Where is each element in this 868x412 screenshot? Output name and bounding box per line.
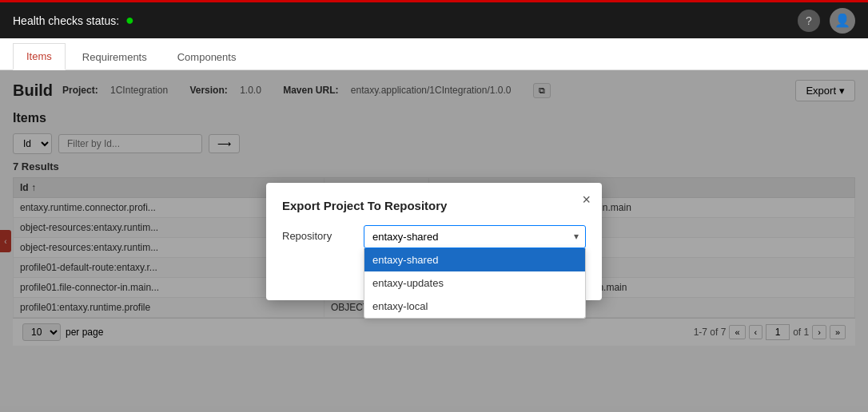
health-icon: ● <box>125 12 134 29</box>
modal-title: Export Project To Repository <box>282 199 586 212</box>
repository-selected-value: entaxy-shared <box>372 231 438 243</box>
main-content: ‹ Build Project: 1CIntegration Version: … <box>0 70 868 412</box>
tab-components[interactable]: Components <box>164 44 250 69</box>
export-modal: Export Project To Repository × Repositor… <box>266 183 602 300</box>
tab-items[interactable]: Items <box>13 43 66 70</box>
top-bar: Health checks status: ● ? 👤 <box>0 0 868 38</box>
help-button[interactable]: ? <box>798 10 820 32</box>
repository-label: Repository <box>282 225 354 242</box>
repository-dropdown: entaxy-shared entaxy-updates entaxy-loca… <box>364 248 586 319</box>
modal-close-button[interactable]: × <box>582 192 591 207</box>
repository-field: Repository entaxy-shared ▾ entaxy-shared… <box>282 225 586 248</box>
repository-input-wrap: entaxy-shared ▾ entaxy-shared entaxy-upd… <box>364 225 586 248</box>
avatar: 👤 <box>830 8 855 34</box>
health-status-label: Health checks status: <box>13 14 119 27</box>
tabs-bar: Items Requirements Components <box>0 38 868 70</box>
repository-select[interactable]: entaxy-shared ▾ <box>364 225 586 248</box>
tab-requirements[interactable]: Requirements <box>69 44 161 69</box>
health-status-area: Health checks status: ● <box>13 12 134 29</box>
dropdown-item-entaxy-local[interactable]: entaxy-local <box>364 295 585 318</box>
modal-overlay: Export Project To Repository × Repositor… <box>0 70 868 412</box>
dropdown-arrow-icon: ▾ <box>574 231 579 242</box>
dropdown-item-entaxy-updates[interactable]: entaxy-updates <box>364 271 585 295</box>
dropdown-item-entaxy-shared[interactable]: entaxy-shared <box>364 248 585 271</box>
top-bar-right: ? 👤 <box>798 8 855 34</box>
